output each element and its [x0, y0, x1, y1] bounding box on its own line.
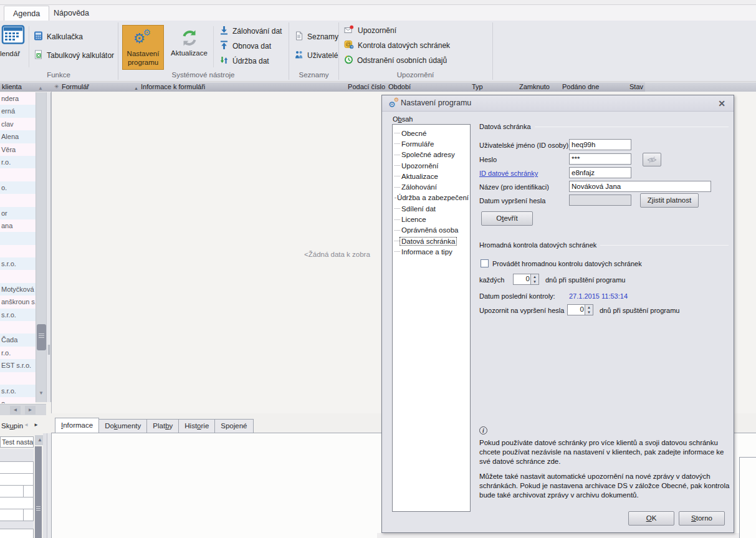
- column-header-typ[interactable]: Typ: [472, 83, 483, 91]
- tree-item-informace-a-tipy[interactable]: Informace a tipy: [393, 246, 470, 257]
- column-header-obdobi[interactable]: Období: [388, 83, 411, 91]
- grid-row[interactable]: [0, 474, 34, 486]
- aktualizace-button[interactable]: Aktualizace: [168, 25, 210, 70]
- client-row[interactable]: erná: [0, 105, 36, 117]
- tree-item-obecne[interactable]: Obecné: [393, 128, 470, 138]
- kontrola-datovych-schranek-button[interactable]: @? Kontrola datových schránek: [344, 39, 450, 51]
- otevrit-button[interactable]: Otevřít: [481, 211, 533, 226]
- group-list-item[interactable]: Test nasta: [0, 436, 34, 448]
- scroll-down-icon[interactable]: ▼: [36, 390, 46, 396]
- client-row[interactable]: o.: [0, 181, 36, 194]
- tab-platby[interactable]: Platby: [147, 419, 179, 433]
- nazev-input[interactable]: [569, 181, 711, 192]
- kalkulacka-button[interactable]: Kalkulačka: [34, 31, 83, 42]
- dialog-titlebar[interactable]: ⚙⚙ Nastavení programu ✕: [382, 95, 734, 112]
- upozorneni-button[interactable]: Upozornění: [344, 24, 396, 36]
- client-row[interactable]: s.r.o.: [0, 309, 36, 321]
- client-row[interactable]: ndera: [0, 92, 36, 105]
- scroll-left-icon[interactable]: ◄: [10, 406, 21, 415]
- scrollbar-thumb[interactable]: [37, 324, 46, 350]
- odstraneni-osobnich-udaju-button[interactable]: Odstranění osobních údajů: [344, 54, 447, 66]
- heslo-input[interactable]: [569, 153, 631, 165]
- uzivatele-button[interactable]: Uživatelé: [294, 49, 338, 61]
- grid-row[interactable]: [0, 462, 34, 474]
- tab-historie[interactable]: Historie: [179, 419, 215, 433]
- client-row[interactable]: o.: [0, 397, 36, 403]
- tree-item-spolecne-adresy[interactable]: Společné adresy: [393, 150, 470, 160]
- grid-row[interactable]: [0, 529, 34, 538]
- vertical-splitter[interactable]: [46, 92, 51, 402]
- zalohovani-dat-button[interactable]: Zálohování dat: [219, 25, 282, 37]
- uzivatelske-jmeno-input[interactable]: [569, 139, 631, 150]
- spinner-arrows[interactable]: ▲▼: [530, 274, 538, 284]
- tree-item-upozorneni[interactable]: Upozornění: [393, 160, 470, 171]
- id-datove-schranky-link[interactable]: ID datové schránky: [479, 170, 538, 177]
- client-row[interactable]: Motyčková: [0, 283, 36, 295]
- menu-tab-agenda[interactable]: Agenda: [4, 6, 49, 21]
- client-row[interactable]: [0, 270, 36, 282]
- tab-informace[interactable]: Informace: [55, 418, 99, 433]
- client-row[interactable]: Alena: [0, 130, 36, 143]
- client-row[interactable]: [0, 372, 36, 385]
- tree-item-formulare[interactable]: Formuláře: [393, 138, 470, 149]
- tree-item-aktualizace[interactable]: Aktualizace: [393, 171, 470, 181]
- client-scroll-up-icon[interactable]: ▲: [38, 84, 43, 92]
- client-row[interactable]: s.r.o.: [0, 385, 36, 397]
- client-row[interactable]: r.o.: [0, 156, 36, 168]
- column-header-informace[interactable]: Informace k formuláři: [141, 83, 205, 91]
- show-password-button[interactable]: [643, 153, 661, 166]
- client-row[interactable]: Věra: [0, 143, 36, 156]
- client-row[interactable]: or: [0, 207, 36, 219]
- seznamy-button[interactable]: Seznamy: [294, 31, 338, 42]
- upozornit-spinner[interactable]: 0 ▲▼: [567, 304, 593, 315]
- menu-tab-napoveda[interactable]: Nápověda: [45, 6, 98, 21]
- client-row[interactable]: [0, 321, 36, 334]
- ok-button[interactable]: OK: [628, 511, 674, 526]
- tabulkovy-kalkulator-button[interactable]: Tabulkový kalkulátor: [34, 49, 114, 61]
- tree-item-sdileni-dat[interactable]: Sdílení dat: [393, 203, 470, 214]
- grid-row[interactable]: [0, 486, 34, 497]
- client-column-header[interactable]: klienta: [2, 83, 22, 91]
- grid-row[interactable]: [0, 509, 34, 521]
- tree-item-licence[interactable]: Licence: [393, 214, 470, 224]
- tree-item-udrzba[interactable]: Údržba a zabezpečení: [393, 193, 470, 203]
- tab-spojene[interactable]: Spojené: [215, 419, 253, 433]
- client-row[interactable]: anškroun s.r: [0, 295, 36, 308]
- nastaveni-programu-button[interactable]: ⚙⚙ Nastavení programu: [122, 25, 164, 70]
- close-icon[interactable]: ✕: [716, 98, 727, 109]
- tree-item-opravnena-osoba[interactable]: Oprávněná osoba: [393, 225, 470, 236]
- client-row[interactable]: clav: [0, 118, 36, 130]
- storno-button[interactable]: Storno: [679, 511, 725, 526]
- tree-item-zalohovani[interactable]: Zálohování: [393, 181, 470, 192]
- column-header-podano-dne[interactable]: Podáno dne: [562, 83, 599, 91]
- grid-row[interactable]: [0, 497, 34, 509]
- client-row[interactable]: [0, 245, 36, 257]
- skupin-prev-icon[interactable]: ◄: [24, 422, 29, 428]
- tree-item-datova-schranka[interactable]: Datová schránka: [393, 236, 470, 246]
- column-header-stav[interactable]: Stav: [598, 83, 643, 91]
- kazdych-spinner[interactable]: 0 ▲▼: [513, 274, 539, 285]
- client-row[interactable]: [0, 194, 36, 206]
- obnova-dat-button[interactable]: Obnova dat: [219, 40, 271, 52]
- zjistit-platnost-button[interactable]: Zjistit platnost: [640, 193, 699, 208]
- id-datove-schranky-input[interactable]: [569, 167, 631, 178]
- client-list-vertical-scrollbar[interactable]: ▼: [36, 92, 46, 402]
- hromadna-kontrola-checkbox[interactable]: [481, 259, 489, 267]
- tab-dokumenty[interactable]: Dokumenty: [99, 419, 147, 433]
- client-row[interactable]: EST s.r.o.: [0, 359, 36, 372]
- column-header-zamknuto[interactable]: Zamknuto: [519, 83, 550, 91]
- scroll-right-icon[interactable]: ►: [25, 406, 36, 415]
- spinner-arrows[interactable]: ▲▼: [585, 305, 593, 315]
- client-row[interactable]: s.r.o.: [0, 257, 36, 270]
- calendar-button[interactable]: [1, 24, 25, 46]
- skupin-next-icon[interactable]: ►: [34, 422, 39, 428]
- client-row[interactable]: [0, 168, 36, 181]
- client-row[interactable]: Čada: [0, 334, 36, 346]
- client-row[interactable]: r.o.: [0, 347, 36, 359]
- filter-icon[interactable]: ✳: [54, 83, 59, 91]
- client-row[interactable]: ana: [0, 219, 36, 232]
- client-row[interactable]: [0, 232, 36, 244]
- column-header-formular[interactable]: Formulář: [62, 83, 89, 91]
- column-header-podaci-cislo[interactable]: Podací číslo: [324, 83, 385, 91]
- client-list-horizontal-scrollbar[interactable]: ◄ ►: [0, 404, 46, 415]
